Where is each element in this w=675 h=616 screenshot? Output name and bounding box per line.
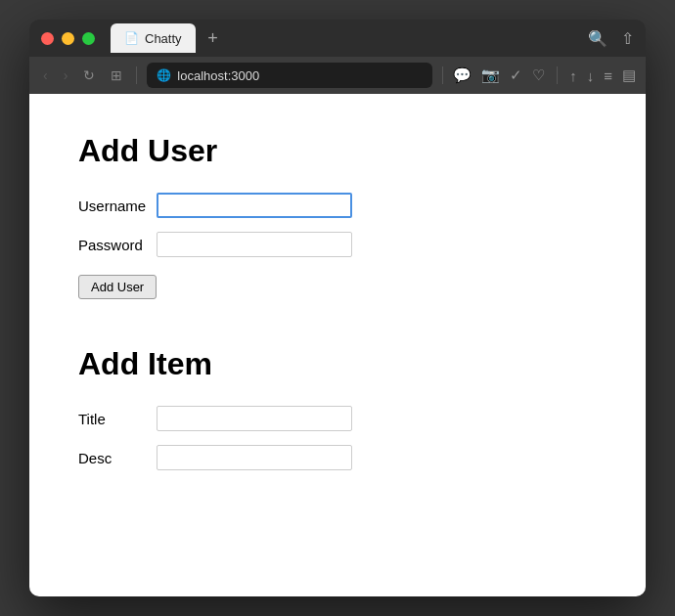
globe-icon: 🌐 [157, 68, 171, 82]
grid-button[interactable]: ⊞ [107, 66, 126, 85]
address-bar: ‹ › ↻ ⊞ 🌐 localhost:3000 💬 📷 ✓ ♡ ↑ ↓ ≡ ▤ [29, 57, 646, 94]
camera-icon[interactable]: 📷 [481, 66, 500, 84]
title-bar: 📄 Chatty + 🔍 ⇧ [29, 20, 646, 57]
desc-row: Desc [78, 445, 597, 470]
address-divider [136, 66, 137, 84]
password-row: Password [78, 232, 597, 257]
password-label: Password [78, 237, 157, 253]
desc-label: Desc [78, 450, 157, 466]
section-divider [78, 299, 597, 338]
page-content: Add User Username Password Add User Add … [29, 94, 646, 596]
add-item-section: Add Item Title Desc [78, 346, 597, 470]
back-button[interactable]: ‹ [39, 66, 52, 85]
add-user-section: Add User Username Password Add User [78, 133, 597, 299]
tab-page-icon: 📄 [124, 31, 139, 45]
checkmark-icon[interactable]: ✓ [510, 66, 522, 84]
desc-input[interactable] [157, 445, 352, 470]
title-input[interactable] [157, 406, 352, 431]
tab-title: Chatty [145, 31, 182, 46]
add-user-title: Add User [78, 133, 597, 169]
browser-window: 📄 Chatty + 🔍 ⇧ ‹ › ↻ ⊞ 🌐 localhost:3000 … [29, 20, 646, 596]
maximize-button[interactable] [82, 32, 95, 45]
url-bar[interactable]: 🌐 localhost:3000 [147, 63, 432, 88]
title-bar-actions: 🔍 ⇧ [588, 29, 634, 48]
password-input[interactable] [157, 232, 352, 257]
heart-icon[interactable]: ♡ [532, 66, 545, 84]
upload-icon[interactable]: ↑ [569, 67, 577, 84]
username-row: Username [78, 193, 597, 218]
toolbar-divider [442, 66, 443, 84]
new-tab-button[interactable]: + [200, 24, 227, 52]
toolbar-divider-2 [557, 66, 558, 84]
search-icon[interactable]: 🔍 [588, 29, 608, 48]
close-button[interactable] [41, 32, 54, 45]
refresh-button[interactable]: ↻ [79, 66, 99, 85]
title-row: Title [78, 406, 597, 431]
forward-button[interactable]: › [60, 66, 72, 85]
title-label: Title [78, 411, 157, 427]
traffic-lights [41, 32, 95, 45]
share-icon[interactable]: ⇧ [621, 29, 634, 48]
chat-icon[interactable]: 💬 [453, 66, 472, 84]
download-icon[interactable]: ↓ [587, 67, 595, 84]
menu-icon[interactable]: ≡ [604, 67, 612, 84]
active-tab[interactable]: 📄 Chatty [111, 23, 196, 53]
tab-bar: 📄 Chatty + [111, 23, 588, 53]
add-user-button[interactable]: Add User [78, 275, 157, 299]
username-input[interactable] [157, 193, 352, 218]
username-label: Username [78, 198, 157, 214]
url-text: localhost:3000 [177, 68, 259, 83]
sidebar-icon[interactable]: ▤ [622, 66, 636, 84]
add-item-title: Add Item [78, 346, 597, 382]
minimize-button[interactable] [62, 32, 74, 45]
toolbar-icons: 💬 📷 ✓ ♡ ↑ ↓ ≡ ▤ [453, 66, 636, 84]
